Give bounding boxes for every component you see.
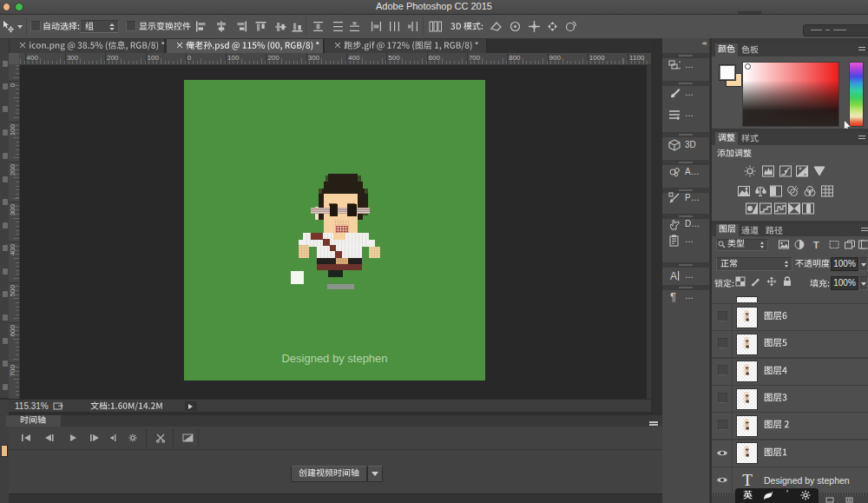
svg-text:T: T <box>813 240 819 250</box>
svg-text:¶: ¶ <box>670 290 676 302</box>
svg-text:A: A <box>670 270 677 281</box>
